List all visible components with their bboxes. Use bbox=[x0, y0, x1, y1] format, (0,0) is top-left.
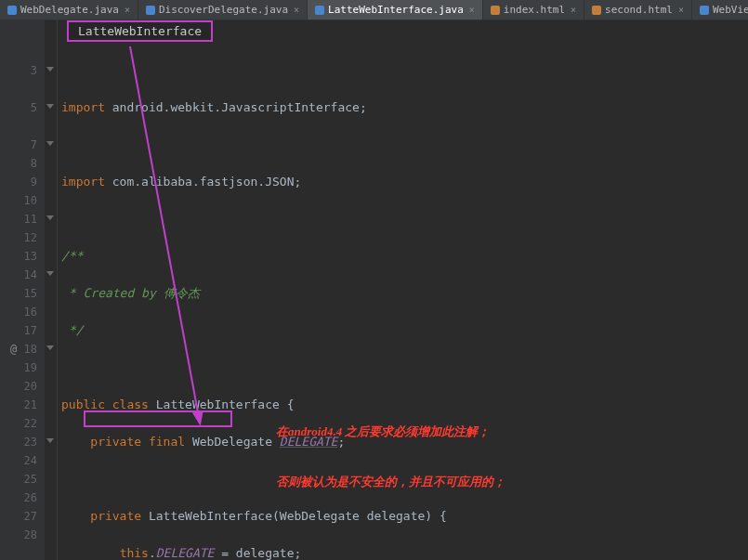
tab-discoverdelegate[interactable]: DiscoverDelegate.java× bbox=[138, 0, 308, 20]
tab-lattewebinterface[interactable]: LatteWebInterface.java× bbox=[308, 0, 483, 20]
java-icon bbox=[146, 6, 155, 15]
html-icon bbox=[491, 6, 500, 15]
java-icon bbox=[700, 6, 709, 15]
tab-webviewinit[interactable]: WebViewInitializer.java× bbox=[692, 0, 748, 20]
html-icon bbox=[592, 6, 601, 15]
close-icon[interactable]: × bbox=[678, 5, 684, 15]
tab-webdelegate[interactable]: WebDelegate.java× bbox=[0, 0, 138, 20]
fold-column[interactable] bbox=[45, 20, 58, 560]
editor-tabs: WebDelegate.java× DiscoverDelegate.java×… bbox=[0, 0, 748, 20]
java-icon bbox=[315, 6, 324, 15]
red-annotation: 在android4.4 之后要求必须增加此注解； 否则被认为是不安全的，并且不可… bbox=[276, 390, 505, 524]
close-icon[interactable]: × bbox=[571, 5, 576, 15]
code-editor[interactable]: 357891011121314151617@ 18192021222324252… bbox=[0, 20, 748, 560]
close-icon[interactable]: × bbox=[469, 5, 475, 15]
tab-index[interactable]: index.html× bbox=[483, 0, 584, 20]
line-gutter: 357891011121314151617@ 18192021222324252… bbox=[0, 20, 45, 560]
java-icon bbox=[7, 6, 17, 15]
close-icon[interactable]: × bbox=[125, 5, 130, 15]
code-area[interactable]: import android.webkit.JavascriptInterfac… bbox=[58, 20, 748, 560]
breadcrumb-highlight: LatteWebInterface bbox=[67, 20, 213, 42]
tab-second[interactable]: second.html× bbox=[584, 0, 692, 20]
close-icon[interactable]: × bbox=[294, 5, 299, 15]
